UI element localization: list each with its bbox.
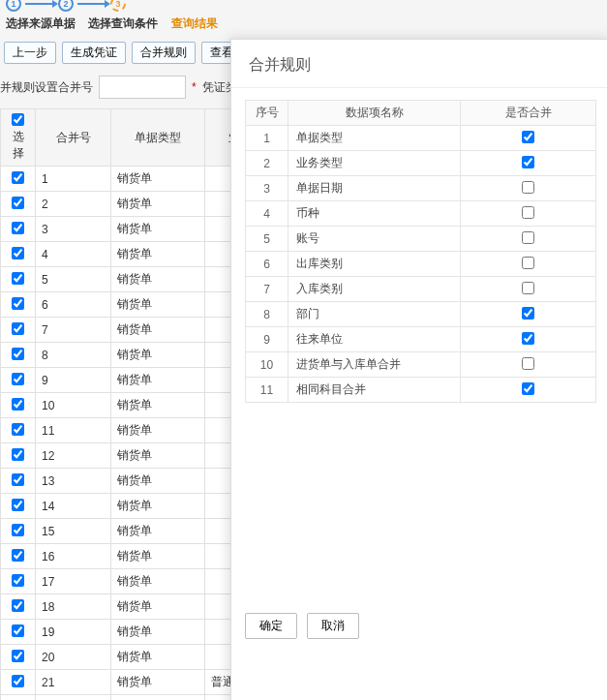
rule-checkbox[interactable] (522, 382, 534, 395)
cell-merge-no: 12 (36, 443, 111, 469)
cell-doc-type: 销货单 (111, 519, 205, 544)
cell-merge-no: 13 (36, 469, 111, 494)
row-checkbox[interactable] (12, 423, 24, 436)
merge-rule-button[interactable]: 合并规则 (132, 42, 196, 64)
rule-checkbox[interactable] (522, 332, 534, 345)
ok-button[interactable]: 确定 (245, 613, 297, 639)
generate-voucher-button[interactable]: 生成凭证 (62, 42, 126, 64)
cell-doc-type: 销货单 (111, 418, 205, 443)
prev-step-button[interactable]: 上一步 (4, 42, 56, 64)
row-checkbox[interactable] (12, 171, 24, 184)
rule-name: 单据日期 (288, 176, 461, 201)
rule-idx: 11 (246, 378, 288, 403)
row-checkbox[interactable] (12, 297, 24, 310)
rule-name: 入库类别 (288, 277, 461, 302)
rule-row: 1单据类型 (246, 126, 596, 151)
rule-checkbox[interactable] (522, 206, 534, 219)
cell-doc-type: 销货单 (111, 469, 205, 494)
cell-doc-type: 销货单 (111, 242, 205, 267)
cell-merge-no: 4 (36, 242, 111, 267)
rule-name: 业务类型 (288, 151, 461, 176)
rule-checkbox[interactable] (522, 282, 534, 294)
row-checkbox[interactable] (12, 272, 24, 285)
cell-doc-type: 销货单 (111, 192, 205, 217)
rule-row: 3单据日期 (246, 176, 596, 201)
cell-merge-no: 21 (36, 670, 111, 695)
select-all-checkbox[interactable] (12, 113, 24, 126)
rule-idx: 7 (246, 277, 288, 302)
cell-doc-type: 销货单 (111, 217, 205, 242)
cell-doc-type: 销货单 (111, 594, 205, 620)
row-checkbox[interactable] (12, 599, 24, 612)
cell-merge-no: 9 (36, 368, 111, 393)
cell-merge-no: 7 (36, 318, 111, 343)
rule-idx: 6 (246, 252, 288, 277)
cell-merge-no: 1 (36, 167, 111, 192)
row-checkbox[interactable] (12, 197, 24, 209)
cell-merge-no: 19 (36, 620, 111, 645)
row-checkbox[interactable] (12, 574, 24, 587)
rule-idx: 10 (246, 352, 288, 378)
row-checkbox[interactable] (12, 624, 24, 637)
row-checkbox[interactable] (12, 222, 24, 234)
cell-merge-no: 3 (36, 217, 111, 242)
rule-checkbox[interactable] (522, 231, 534, 244)
cancel-button[interactable]: 取消 (307, 613, 359, 639)
rule-name: 单据类型 (288, 126, 461, 151)
rule-row: 4币种 (246, 201, 596, 227)
row-checkbox[interactable] (12, 549, 24, 562)
merge-no-input[interactable] (99, 76, 186, 99)
rule-checkbox[interactable] (522, 131, 534, 143)
rule-name: 相同科目合并 (288, 378, 461, 403)
rule-checkbox[interactable] (522, 156, 534, 168)
cell-doc-type: 销货单 (111, 670, 205, 695)
cell-doc-type: 销货单 (111, 569, 205, 594)
row-checkbox[interactable] (12, 499, 24, 511)
row-checkbox[interactable] (12, 473, 24, 486)
rule-checkbox[interactable] (522, 357, 534, 370)
breadcrumb: 选择来源单据 选择查询条件 查询结果 (0, 12, 607, 36)
row-checkbox[interactable] (12, 247, 24, 259)
rule-col-name: 数据项名称 (288, 101, 461, 126)
row-checkbox[interactable] (12, 524, 24, 536)
rule-row: 10进货单与入库单合并 (246, 352, 596, 378)
cell-doc-type: 销货单 (111, 292, 205, 318)
breadcrumb-criteria[interactable]: 选择查询条件 (88, 16, 158, 30)
cell-merge-no: 16 (36, 544, 111, 569)
merge-no-label: 并规则设置合并号 (0, 79, 93, 96)
rule-idx: 8 (246, 302, 288, 327)
row-checkbox[interactable] (12, 322, 24, 335)
cell-doc-type: 销货单 (111, 443, 205, 469)
cell-doc-type: 销货单 (111, 368, 205, 393)
cell-doc-type: 销货单 (111, 167, 205, 192)
breadcrumb-source[interactable]: 选择来源单据 (6, 16, 76, 30)
rule-row: 9往来单位 (246, 327, 596, 352)
rule-row: 11相同科目合并 (246, 378, 596, 403)
rule-idx: 5 (246, 227, 288, 252)
cell-doc-type: 销货单 (111, 695, 205, 701)
cell-merge-no: 10 (36, 393, 111, 418)
cell-doc-type: 销货单 (111, 318, 205, 343)
row-checkbox[interactable] (12, 650, 24, 662)
rule-checkbox[interactable] (522, 257, 534, 269)
row-checkbox[interactable] (12, 348, 24, 360)
row-checkbox[interactable] (12, 373, 24, 385)
rule-name: 出库类别 (288, 252, 461, 277)
row-checkbox[interactable] (12, 398, 24, 411)
rule-row: 5账号 (246, 227, 596, 252)
cell-merge-no: 2 (36, 192, 111, 217)
rule-name: 进货单与入库单合并 (288, 352, 461, 378)
rule-row: 6出库类别 (246, 252, 596, 277)
cell-merge-no: 22 (36, 695, 111, 701)
cell-doc-type: 销货单 (111, 393, 205, 418)
cell-doc-type: 销货单 (111, 544, 205, 569)
rule-checkbox[interactable] (522, 307, 534, 320)
row-checkbox[interactable] (12, 675, 24, 687)
cell-doc-type: 销货单 (111, 267, 205, 292)
row-checkbox[interactable] (12, 448, 24, 461)
rule-name: 往来单位 (288, 327, 461, 352)
rule-name: 币种 (288, 201, 461, 227)
cell-merge-no: 17 (36, 569, 111, 594)
rule-checkbox[interactable] (522, 181, 534, 194)
rule-idx: 1 (246, 126, 288, 151)
